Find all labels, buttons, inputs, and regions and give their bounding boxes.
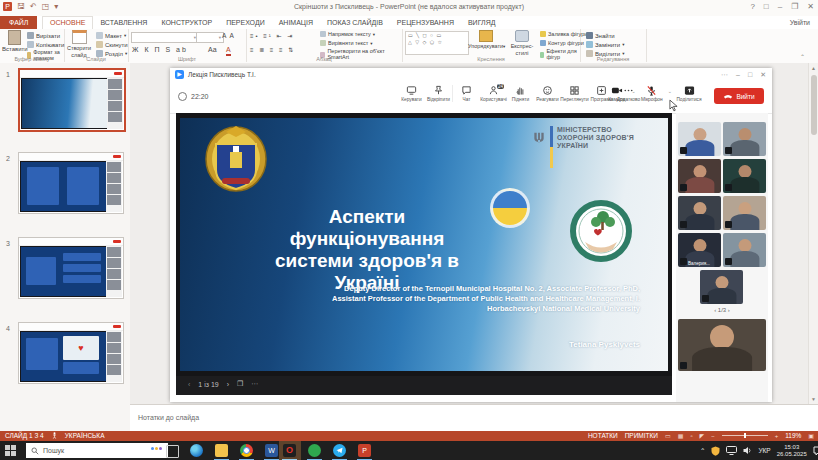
- microphone-button: Мікрофон: [636, 85, 668, 102]
- comments-toggle[interactable]: ПРИМІТКИ: [625, 432, 658, 439]
- status-bar: СЛАЙД 1 З 4 УКРАЇНСЬКА НОТАТКИ ПРИМІТКИ …: [0, 431, 818, 441]
- scrollbar-thumb[interactable]: [811, 75, 817, 135]
- cut-icon: [27, 32, 34, 39]
- green-app-icon[interactable]: [308, 444, 321, 457]
- tab-review[interactable]: РЕЦЕНЗУВАННЯ: [390, 16, 461, 29]
- slides-overview-icon: ❐: [237, 380, 243, 388]
- normal-view-icon[interactable]: ▭: [665, 432, 671, 439]
- smiley-icon: [542, 85, 553, 96]
- tab-insert[interactable]: ВСТАВЛЕННЯ: [93, 16, 154, 29]
- new-slide-button[interactable]: Створити слайд: [65, 30, 93, 59]
- zoom-out-icon[interactable]: −: [711, 433, 715, 439]
- vertical-scrollbar[interactable]: ▲ ▼: [808, 63, 818, 404]
- replace-button[interactable]: Замінити▾: [586, 41, 624, 48]
- slide-thumbnail-4[interactable]: ♥: [18, 322, 124, 384]
- participant-tile: [723, 159, 766, 193]
- tab-design[interactable]: КОНСТРУКТОР: [154, 16, 219, 29]
- fit-slide-icon[interactable]: ▣: [808, 432, 814, 439]
- meeting-restore-icon: □: [748, 71, 752, 79]
- ribbon-display-button[interactable]: □: [764, 2, 769, 11]
- scroll-up-icon[interactable]: ▲: [811, 65, 816, 71]
- alignment-buttons[interactable]: ≡ ≣ ≡ ≡ ⇅: [250, 46, 295, 53]
- align-text-button[interactable]: Вирівняти текст▾: [320, 40, 373, 46]
- list-indent-buttons[interactable]: ≡• ≡¹ ⇤ ⇥: [250, 32, 294, 39]
- sign-in-link[interactable]: Увійти: [790, 16, 810, 29]
- edge-icon[interactable]: [190, 444, 203, 457]
- tab-slideshow[interactable]: ПОКАЗ СЛАЙДІВ: [320, 16, 390, 29]
- close-button[interactable]: ✕: [807, 2, 814, 11]
- powerpoint-taskbar-icon[interactable]: P: [358, 444, 371, 457]
- action-center-icon[interactable]: [813, 446, 818, 456]
- notes-toggle[interactable]: НОТАТКИ: [588, 432, 618, 439]
- tab-home[interactable]: ОСНОВНЕ: [42, 16, 93, 29]
- powerpoint-titlebar: P 🖫 ↶ ◳ ▾ Скріншоти з Пискливець - Power…: [0, 0, 818, 17]
- slideshow-view-icon[interactable]: ◤: [700, 432, 705, 439]
- file-explorer-icon[interactable]: [215, 444, 228, 457]
- cut-button[interactable]: Вирізати: [27, 32, 60, 39]
- slide-thumbnail-1[interactable]: [18, 68, 126, 132]
- tray-chevron-icon[interactable]: ⌃: [700, 447, 705, 455]
- chrome-icon[interactable]: [240, 444, 253, 457]
- arrange-button[interactable]: Упорядкувати▾: [468, 30, 504, 50]
- slide-canvas[interactable]: ▶ Лекція Пискливець Т.І. ⋯ – □ ✕ 22:20 К…: [170, 68, 772, 402]
- paste-button[interactable]: Вставити: [2, 30, 26, 52]
- collapse-ribbon-icon[interactable]: ⌃: [800, 53, 805, 60]
- shape-outline-button[interactable]: Контур фігури: [540, 40, 584, 46]
- copy-button[interactable]: Копіювати: [27, 41, 64, 48]
- tray-time: 15:03: [784, 444, 799, 450]
- speaker-icon[interactable]: [743, 446, 752, 455]
- text-direction-button[interactable]: Напрямок тексту▾: [320, 31, 375, 37]
- participant-tile: [678, 196, 721, 230]
- participants-button: 24 Користувачі: [480, 85, 507, 102]
- minimize-button[interactable]: –: [778, 2, 782, 11]
- shape-outline-icon: [540, 40, 546, 46]
- font-color-button[interactable]: А: [226, 46, 231, 56]
- participant-tile: [678, 122, 721, 156]
- shapes-gallery[interactable]: ▭ ╲ ◻ ○ ▭ △ ▽ ◇ ⬠ ☆: [405, 31, 469, 55]
- start-button[interactable]: [5, 445, 17, 457]
- slide-sorter-icon[interactable]: ▦: [678, 432, 684, 439]
- security-shield-icon[interactable]: [711, 446, 720, 456]
- microphone-muted-icon: [646, 85, 657, 96]
- find-button[interactable]: Знайти: [586, 32, 615, 39]
- tab-transitions[interactable]: ПЕРЕХОДИ: [219, 16, 272, 29]
- shared-slide: МІНІСТЕРСТВО ОХОРОНИ ЗДОРОВ'Я УКРАЇНИ Ас…: [180, 118, 668, 371]
- tray-language[interactable]: УКР: [758, 447, 770, 454]
- nav-more-icon: ⋯: [251, 380, 258, 388]
- reset-button[interactable]: Скинути: [96, 41, 128, 48]
- zoom-percentage[interactable]: 119%: [785, 432, 801, 439]
- font-name-select[interactable]: ▾: [131, 32, 199, 43]
- restore-button[interactable]: ❐: [791, 2, 798, 11]
- scroll-down-icon[interactable]: ▼: [811, 396, 816, 402]
- slide-thumbnail-3[interactable]: [18, 237, 124, 299]
- font-size-select[interactable]: ▾: [196, 32, 224, 43]
- tray-clock[interactable]: 15:03 26.05.2025: [777, 444, 807, 458]
- tab-animations[interactable]: АНІМАЦІЯ: [272, 16, 320, 29]
- layout-button[interactable]: Макет▾: [96, 32, 126, 39]
- help-button[interactable]: ?: [750, 2, 754, 11]
- slide-thumbnail-2[interactable]: [18, 152, 124, 214]
- health-emblem: [570, 200, 632, 262]
- mic-muted-icon: [680, 221, 687, 228]
- gallery-pagination: ‹ 1/3 ›: [676, 307, 768, 313]
- thumbnail-number: 2: [6, 155, 10, 162]
- presentation-stage: МІНІСТЕРСТВО ОХОРОНИ ЗДОРОВ'Я УКРАЇНИ Ас…: [176, 113, 672, 376]
- quick-styles-button[interactable]: Експрес-стилі: [506, 30, 538, 57]
- notes-placeholder: Нотатки до слайда: [138, 414, 199, 421]
- grow-shrink-font-buttons[interactable]: A A: [222, 32, 235, 39]
- reading-view-icon[interactable]: ▫: [690, 433, 692, 439]
- tab-view[interactable]: ВИГЛЯД: [461, 16, 503, 29]
- opera-icon[interactable]: O: [283, 444, 296, 457]
- task-view-button[interactable]: [166, 445, 179, 458]
- notes-pane[interactable]: Нотатки до слайда: [130, 404, 818, 432]
- display-tray-icon[interactable]: [726, 446, 737, 455]
- telegram-icon[interactable]: [333, 444, 346, 457]
- word-icon[interactable]: W: [265, 444, 278, 457]
- language-indicator[interactable]: УКРАЇНСЬКА: [65, 432, 105, 439]
- taskbar-search-input[interactable]: Пошук: [26, 443, 168, 458]
- font-style-buttons[interactable]: Ж К П S ab: [132, 46, 188, 53]
- zoom-in-icon[interactable]: +: [775, 433, 779, 439]
- zoom-slider[interactable]: [722, 435, 768, 436]
- tab-file[interactable]: ФАЙЛ: [0, 16, 37, 29]
- change-case-button[interactable]: Aa: [208, 46, 217, 53]
